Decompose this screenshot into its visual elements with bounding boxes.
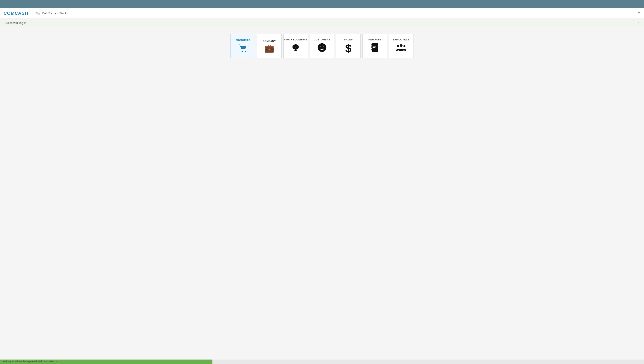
employees-icon <box>396 43 406 54</box>
tile-products-label: PRODUCTS <box>236 39 250 42</box>
menu-icon[interactable]: ≡ <box>638 11 640 16</box>
tile-company[interactable]: COMPANY 💼 <box>257 34 282 58</box>
svg-point-6 <box>318 43 326 52</box>
tile-reports[interactable]: REPORTS <box>362 34 387 58</box>
smiley-icon <box>317 43 327 54</box>
svg-point-7 <box>320 46 321 47</box>
svg-point-1 <box>245 51 246 52</box>
tile-sales-label: SALES <box>344 38 353 41</box>
svg-rect-14 <box>372 46 376 46</box>
logo-text: COMCASH <box>4 11 28 16</box>
success-banner: Successful log in. × <box>0 19 644 27</box>
tile-stock-locations[interactable]: STOCK LOCATIONS <box>283 34 308 58</box>
svg-rect-12 <box>371 49 372 50</box>
svg-point-18 <box>403 45 405 47</box>
svg-rect-11 <box>371 46 372 48</box>
svg-marker-5 <box>294 49 297 51</box>
dropbox-icon <box>291 43 301 54</box>
tile-stock-locations-label: STOCK LOCATIONS <box>284 38 307 41</box>
status-text: Waiting for admin-demogeneralretail.comc… <box>1 360 60 363</box>
svg-point-16 <box>400 44 402 47</box>
dollar-icon: $ <box>345 43 351 54</box>
tile-reports-label: REPORTS <box>368 38 381 41</box>
close-banner-button[interactable]: × <box>638 21 639 24</box>
svg-point-0 <box>242 51 243 52</box>
status-bar: Waiting for admin-demogeneralretail.comc… <box>0 360 644 364</box>
svg-rect-10 <box>371 44 372 46</box>
tile-sales[interactable]: SALES $ <box>336 34 361 58</box>
top-decorative-bar <box>0 0 644 8</box>
tile-employees[interactable]: EMPLOYEES <box>389 34 413 58</box>
sign-out-link[interactable]: Sign Out (Richard Stack) <box>35 12 68 15</box>
tile-customers-label: CUSTOMERS <box>314 38 330 41</box>
svg-point-8 <box>323 46 324 47</box>
success-message: Successful log in. <box>5 21 27 24</box>
tile-employees-label: EMPLOYEES <box>393 38 409 41</box>
svg-rect-13 <box>372 45 376 45</box>
svg-point-17 <box>397 45 399 47</box>
svg-rect-15 <box>372 47 375 48</box>
tile-customers[interactable]: CUSTOMERS <box>310 34 334 58</box>
logo: COMCASH <box>4 11 28 16</box>
main-content: PRODUCTS COMPANY 💼 STOCK LOCATIONS <box>0 27 644 360</box>
nav-tiles: PRODUCTS COMPANY 💼 STOCK LOCATIONS <box>231 34 413 58</box>
nav-bar-left: COMCASH Sign Out (Richard Stack) <box>4 11 68 16</box>
tile-company-label: COMPANY <box>263 40 276 42</box>
nav-bar: COMCASH Sign Out (Richard Stack) ≡ <box>0 8 644 19</box>
notebook-icon <box>370 43 380 54</box>
cart-icon <box>238 43 248 53</box>
briefcase-icon: 💼 <box>264 44 274 52</box>
nav-right: ≡ <box>638 11 640 16</box>
tile-products[interactable]: PRODUCTS <box>231 34 255 58</box>
